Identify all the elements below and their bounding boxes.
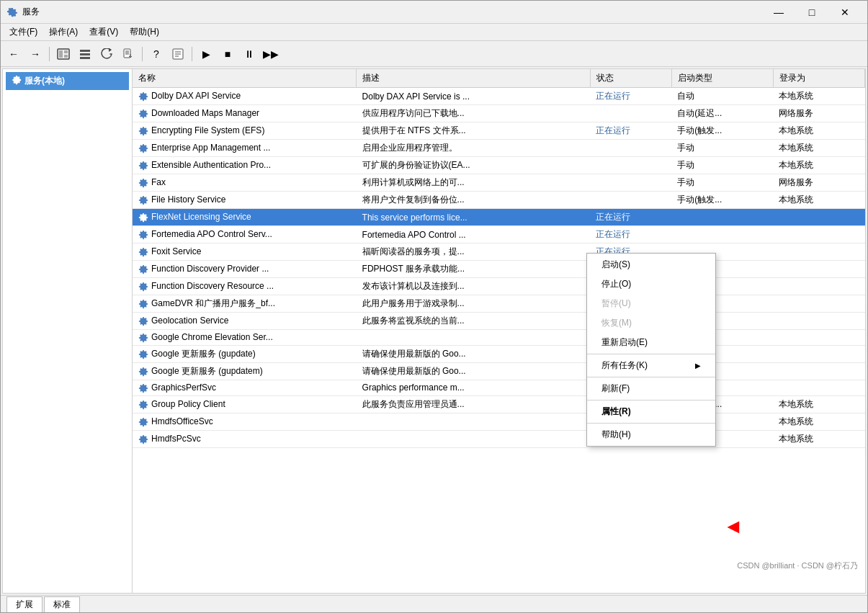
gear-icon (138, 91, 151, 101)
service-login (773, 226, 864, 243)
title-bar: 服务 — □ ✕ (1, 1, 867, 24)
table-row[interactable]: Function Discovery Resource ...发布该计算机以及连… (133, 278, 865, 295)
menu-bar: 文件(F) 操作(A) 查看(V) 帮助(H) (1, 24, 867, 41)
context-menu-item-label: 所有任务(K) (601, 359, 648, 372)
toolbar-separator-1 (49, 47, 50, 61)
pause-service-button[interactable]: ⏸ (239, 44, 259, 64)
context-menu-item[interactable]: 属性(R) (587, 402, 715, 421)
maximize-button[interactable]: □ (795, 1, 828, 24)
gear-icon (138, 382, 151, 393)
refresh-button[interactable] (97, 44, 117, 64)
menu-action[interactable]: 操作(A) (43, 24, 84, 40)
service-name: Google Chrome Elevation Ser... (151, 332, 273, 342)
table-row[interactable]: Fortemedia APO Control Serv...Fortemedia… (133, 226, 865, 243)
gear-icon (138, 125, 151, 135)
tab-extend[interactable]: 扩展 (6, 596, 42, 612)
services-table[interactable]: 名称 描述 状态 启动类型 登录为 Dolby DAX API ServiceD… (133, 69, 865, 593)
context-menu-item[interactable]: 启动(S) (587, 255, 715, 274)
gear-icon (138, 194, 151, 205)
col-header-desc[interactable]: 描述 (357, 69, 591, 88)
back-button[interactable]: ← (4, 44, 24, 64)
service-desc: Fortemedia APO Control ... (357, 226, 591, 243)
service-name: GameDVR 和广播用户服务_bf... (151, 298, 275, 308)
status-bar: 扩展 标准 (1, 595, 867, 612)
menu-help[interactable]: 帮助(H) (124, 24, 165, 40)
toolbar-separator-2 (142, 47, 143, 61)
table-row[interactable]: File History Service将用户文件复制到备份位...手动(触发.… (133, 192, 865, 209)
context-menu-item[interactable]: 停止(O) (587, 274, 715, 294)
gear-icon (138, 316, 151, 326)
help-button[interactable]: ? (146, 44, 166, 64)
table-row[interactable]: Geolocation Service此服务将监视系统的当前...正在运行 (133, 313, 865, 330)
gear-icon (138, 264, 151, 274)
table-row[interactable]: GameDVR 和广播用户服务_bf...此用户服务用于游戏录制... (133, 295, 865, 313)
table-row[interactable]: Enterprise App Management ...启用企业应用程序管理。… (133, 140, 865, 157)
context-menu-item-label: 暂停(U) (601, 297, 631, 310)
gear-icon (138, 434, 151, 444)
gear-icon (138, 143, 151, 153)
service-login: 本地系统 (773, 122, 864, 140)
service-startup: 手动 (671, 140, 773, 157)
sidebar-header: 服务(本地) (6, 72, 129, 90)
service-status (590, 140, 671, 157)
gear-icon (12, 75, 22, 87)
forward-button[interactable]: → (25, 44, 45, 64)
table-row[interactable]: Encrypting File System (EFS)提供用于在 NTFS 文… (133, 122, 865, 140)
context-menu-item[interactable]: 帮助(H) (587, 425, 715, 444)
restart-service-button[interactable]: ▶▶ (261, 44, 281, 64)
col-header-name[interactable]: 名称 (133, 69, 357, 88)
table-row[interactable]: Dolby DAX API ServiceDolby DAX API Servi… (133, 88, 865, 105)
service-status (590, 105, 671, 122)
list-view-button[interactable] (75, 44, 95, 64)
menu-file[interactable]: 文件(F) (4, 24, 43, 40)
table-row[interactable]: GraphicsPerfSvcGraphics performance m... (133, 380, 865, 395)
context-menu-item-label: 刷新(F) (601, 382, 630, 395)
context-menu-item-label: 启动(S) (601, 259, 630, 271)
col-header-status[interactable]: 状态 (590, 69, 671, 88)
table-row[interactable]: Google Chrome Elevation Ser... (133, 330, 865, 346)
close-button[interactable]: ✕ (828, 1, 862, 24)
properties-button[interactable] (168, 44, 188, 64)
tab-standard[interactable]: 标准 (44, 596, 80, 612)
service-login: 本地系统 (773, 430, 864, 447)
export-button[interactable] (118, 44, 138, 64)
table-row[interactable]: Extensible Authentication Pro...可扩展的身份验证… (133, 157, 865, 174)
table-row[interactable]: HmdfsPcSvc手动本地系统 (133, 430, 865, 447)
gear-icon (138, 332, 151, 342)
table-row[interactable]: Google 更新服务 (gupdate)请确保使用最新版的 Goo... (133, 345, 865, 362)
service-startup: 手动(触发... (671, 122, 773, 140)
table-row[interactable]: Fax利用计算机或网络上的可...手动网络服务 (133, 174, 865, 192)
table-row[interactable]: HmdfsOfficeSvc手动本地系统 (133, 413, 865, 430)
service-login (773, 209, 864, 226)
table-row[interactable]: Foxit Service福昕阅读器的服务项，提...正在运行 (133, 243, 865, 261)
gear-icon (138, 229, 151, 239)
service-login (773, 362, 864, 380)
table-row[interactable]: Group Policy Client此服务负责应用管理员通...正在运行自动(… (133, 395, 865, 413)
col-header-login[interactable]: 登录为 (773, 69, 864, 88)
svg-rect-2 (64, 50, 68, 53)
gear-icon (138, 366, 151, 376)
minimize-button[interactable]: — (762, 1, 795, 24)
service-login (773, 330, 864, 346)
table-row[interactable]: Function Discovery Provider ...FDPHOST 服… (133, 261, 865, 278)
gear-icon (138, 177, 151, 187)
service-desc: 此服务负责应用管理员通... (357, 395, 591, 413)
service-name: Google 更新服务 (gupdatem) (151, 366, 263, 376)
table-row[interactable]: FlexNet Licensing ServiceThis service pe… (133, 209, 865, 226)
menu-view[interactable]: 查看(V) (84, 24, 124, 40)
start-service-button[interactable]: ▶ (196, 44, 216, 64)
context-menu-item[interactable]: 重新启动(E) (587, 333, 715, 352)
table-row[interactable]: Downloaded Maps Manager供应用程序访问已下载地...自动(… (133, 105, 865, 122)
service-login: 本地系统 (773, 140, 864, 157)
app-icon (6, 6, 18, 18)
col-header-startup[interactable]: 启动类型 (671, 69, 773, 88)
context-menu-item[interactable]: 刷新(F) (587, 379, 715, 398)
table-row[interactable]: Google 更新服务 (gupdatem)请确保使用最新版的 Goo... (133, 362, 865, 380)
view-console-button[interactable] (53, 44, 73, 64)
service-desc: 将用户文件复制到备份位... (357, 192, 591, 209)
gear-icon (138, 212, 151, 222)
stop-service-button[interactable]: ■ (218, 44, 238, 64)
context-menu-item[interactable]: 所有任务(K)▶ (587, 356, 715, 375)
gear-icon (138, 399, 151, 409)
gear-icon (138, 416, 151, 426)
